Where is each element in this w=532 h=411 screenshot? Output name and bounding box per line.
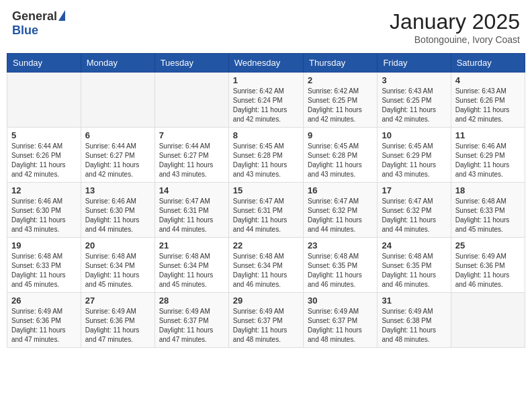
day-info: Sunrise: 6:49 AM Sunset: 6:36 PM Dayligh…: [85, 307, 150, 345]
weekday-wednesday: Wednesday: [228, 54, 303, 73]
day-info: Sunrise: 6:46 AM Sunset: 6:30 PM Dayligh…: [11, 197, 77, 234]
day-info: Sunrise: 6:48 AM Sunset: 6:33 PM Dayligh…: [11, 252, 77, 289]
calendar-cell: 20Sunrise: 6:48 AM Sunset: 6:34 PM Dayli…: [81, 238, 154, 293]
day-number: 23: [308, 240, 373, 250]
calendar-cell: 5Sunrise: 6:44 AM Sunset: 6:26 PM Daylig…: [7, 128, 81, 183]
calendar-cell: 18Sunrise: 6:48 AM Sunset: 6:33 PM Dayli…: [451, 183, 525, 238]
week-row-3: 12Sunrise: 6:46 AM Sunset: 6:30 PM Dayli…: [7, 183, 525, 238]
day-info: Sunrise: 6:48 AM Sunset: 6:34 PM Dayligh…: [159, 252, 224, 289]
calendar-cell: 17Sunrise: 6:47 AM Sunset: 6:32 PM Dayli…: [378, 183, 451, 238]
calendar-cell: 26Sunrise: 6:49 AM Sunset: 6:36 PM Dayli…: [7, 293, 81, 348]
day-number: 12: [11, 185, 77, 195]
day-number: 10: [382, 130, 446, 140]
calendar-cell: 6Sunrise: 6:44 AM Sunset: 6:27 PM Daylig…: [81, 128, 154, 183]
week-row-5: 26Sunrise: 6:49 AM Sunset: 6:36 PM Dayli…: [7, 293, 525, 348]
day-number: 16: [308, 185, 373, 195]
day-number: 30: [308, 295, 373, 306]
calendar-cell: [451, 293, 525, 348]
day-info: Sunrise: 6:49 AM Sunset: 6:36 PM Dayligh…: [455, 252, 521, 289]
day-info: Sunrise: 6:47 AM Sunset: 6:32 PM Dayligh…: [308, 197, 373, 234]
day-info: Sunrise: 6:48 AM Sunset: 6:35 PM Dayligh…: [308, 252, 373, 289]
day-number: 22: [233, 240, 299, 250]
day-number: 20: [85, 240, 150, 250]
calendar-cell: 25Sunrise: 6:49 AM Sunset: 6:36 PM Dayli…: [451, 238, 525, 293]
calendar-cell: [154, 73, 228, 128]
day-info: Sunrise: 6:45 AM Sunset: 6:28 PM Dayligh…: [308, 142, 373, 179]
calendar-cell: 2Sunrise: 6:42 AM Sunset: 6:25 PM Daylig…: [304, 73, 378, 128]
logo: General Blue: [12, 9, 65, 38]
calendar-cell: 15Sunrise: 6:47 AM Sunset: 6:31 PM Dayli…: [228, 183, 303, 238]
weekday-saturday: Saturday: [451, 54, 525, 73]
logo-blue-text: Blue: [12, 24, 38, 38]
calendar-cell: [7, 73, 81, 128]
calendar-cell: 13Sunrise: 6:46 AM Sunset: 6:30 PM Dayli…: [81, 183, 154, 238]
day-number: 18: [455, 185, 521, 195]
week-row-4: 19Sunrise: 6:48 AM Sunset: 6:33 PM Dayli…: [7, 238, 525, 293]
day-info: Sunrise: 6:43 AM Sunset: 6:25 PM Dayligh…: [382, 87, 446, 124]
day-info: Sunrise: 6:42 AM Sunset: 6:25 PM Dayligh…: [308, 87, 373, 124]
day-number: 3: [382, 75, 446, 85]
day-number: 26: [11, 295, 77, 306]
day-info: Sunrise: 6:49 AM Sunset: 6:37 PM Dayligh…: [233, 307, 299, 345]
calendar-cell: 14Sunrise: 6:47 AM Sunset: 6:31 PM Dayli…: [154, 183, 228, 238]
day-info: Sunrise: 6:46 AM Sunset: 6:29 PM Dayligh…: [455, 142, 521, 179]
calendar-cell: 21Sunrise: 6:48 AM Sunset: 6:34 PM Dayli…: [154, 238, 228, 293]
main-title: January 2025: [390, 9, 520, 34]
day-info: Sunrise: 6:49 AM Sunset: 6:36 PM Dayligh…: [11, 307, 77, 345]
weekday-monday: Monday: [81, 54, 154, 73]
day-info: Sunrise: 6:48 AM Sunset: 6:33 PM Dayligh…: [455, 197, 521, 234]
calendar-cell: 22Sunrise: 6:48 AM Sunset: 6:34 PM Dayli…: [228, 238, 303, 293]
day-number: 28: [159, 295, 224, 306]
calendar-cell: 8Sunrise: 6:45 AM Sunset: 6:28 PM Daylig…: [228, 128, 303, 183]
day-number: 15: [233, 185, 299, 195]
day-info: Sunrise: 6:48 AM Sunset: 6:35 PM Dayligh…: [382, 252, 446, 289]
day-info: Sunrise: 6:45 AM Sunset: 6:29 PM Dayligh…: [382, 142, 446, 179]
weekday-thursday: Thursday: [304, 54, 378, 73]
calendar: SundayMondayTuesdayWednesdayThursdayFrid…: [7, 53, 525, 348]
calendar-cell: 30Sunrise: 6:49 AM Sunset: 6:37 PM Dayli…: [304, 293, 378, 348]
day-info: Sunrise: 6:44 AM Sunset: 6:27 PM Dayligh…: [159, 142, 224, 179]
day-number: 21: [159, 240, 224, 250]
day-number: 17: [382, 185, 446, 195]
week-row-2: 5Sunrise: 6:44 AM Sunset: 6:26 PM Daylig…: [7, 128, 525, 183]
day-number: 31: [382, 295, 446, 306]
day-number: 14: [159, 185, 224, 195]
calendar-cell: 29Sunrise: 6:49 AM Sunset: 6:37 PM Dayli…: [228, 293, 303, 348]
calendar-cell: 28Sunrise: 6:49 AM Sunset: 6:37 PM Dayli…: [154, 293, 228, 348]
day-info: Sunrise: 6:49 AM Sunset: 6:37 PM Dayligh…: [308, 307, 373, 345]
weekday-sunday: Sunday: [7, 54, 81, 73]
weekday-friday: Friday: [378, 54, 451, 73]
header: General Blue January 2025 Botongouine, I…: [7, 7, 525, 48]
day-number: 9: [308, 130, 373, 140]
day-info: Sunrise: 6:47 AM Sunset: 6:31 PM Dayligh…: [159, 197, 224, 234]
day-number: 5: [11, 130, 77, 140]
day-info: Sunrise: 6:44 AM Sunset: 6:27 PM Dayligh…: [85, 142, 150, 179]
title-section: January 2025 Botongouine, Ivory Coast: [390, 9, 520, 45]
calendar-cell: 3Sunrise: 6:43 AM Sunset: 6:25 PM Daylig…: [378, 73, 451, 128]
calendar-cell: 10Sunrise: 6:45 AM Sunset: 6:29 PM Dayli…: [378, 128, 451, 183]
logo-general-text: General: [12, 9, 57, 24]
weekday-header-row: SundayMondayTuesdayWednesdayThursdayFrid…: [7, 54, 525, 73]
calendar-cell: 1Sunrise: 6:42 AM Sunset: 6:24 PM Daylig…: [228, 73, 303, 128]
logo-triangle-icon: [58, 10, 65, 21]
day-info: Sunrise: 6:44 AM Sunset: 6:26 PM Dayligh…: [11, 142, 77, 179]
day-info: Sunrise: 6:46 AM Sunset: 6:30 PM Dayligh…: [85, 197, 150, 234]
day-number: 13: [85, 185, 150, 195]
calendar-cell: 11Sunrise: 6:46 AM Sunset: 6:29 PM Dayli…: [451, 128, 525, 183]
day-info: Sunrise: 6:48 AM Sunset: 6:34 PM Dayligh…: [85, 252, 150, 289]
day-number: 1: [233, 75, 299, 85]
day-info: Sunrise: 6:47 AM Sunset: 6:31 PM Dayligh…: [233, 197, 299, 234]
day-info: Sunrise: 6:49 AM Sunset: 6:37 PM Dayligh…: [159, 307, 224, 345]
day-number: 24: [382, 240, 446, 250]
day-number: 19: [11, 240, 77, 250]
day-number: 11: [455, 130, 521, 140]
day-number: 27: [85, 295, 150, 306]
calendar-cell: 16Sunrise: 6:47 AM Sunset: 6:32 PM Dayli…: [304, 183, 378, 238]
calendar-cell: 31Sunrise: 6:49 AM Sunset: 6:38 PM Dayli…: [378, 293, 451, 348]
calendar-cell: 7Sunrise: 6:44 AM Sunset: 6:27 PM Daylig…: [154, 128, 228, 183]
day-info: Sunrise: 6:45 AM Sunset: 6:28 PM Dayligh…: [233, 142, 299, 179]
week-row-1: 1Sunrise: 6:42 AM Sunset: 6:24 PM Daylig…: [7, 73, 525, 128]
day-number: 29: [233, 295, 299, 306]
calendar-cell: 24Sunrise: 6:48 AM Sunset: 6:35 PM Dayli…: [378, 238, 451, 293]
subtitle: Botongouine, Ivory Coast: [390, 34, 520, 45]
